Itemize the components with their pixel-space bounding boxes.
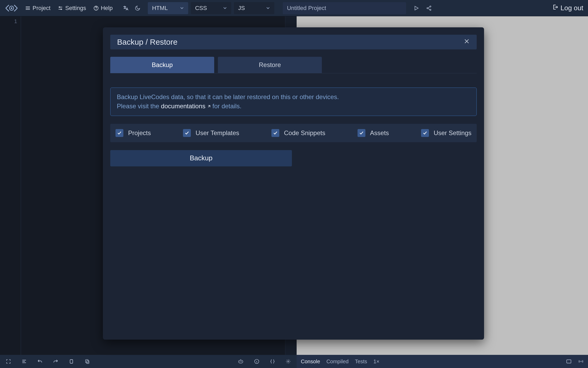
logout-label: Log out xyxy=(560,4,583,12)
external-link-icon xyxy=(207,105,211,109)
editor-tab-js[interactable]: JS xyxy=(234,2,274,14)
svg-rect-11 xyxy=(87,361,89,364)
editor-tab-js-label: JS xyxy=(238,5,245,12)
help-icon xyxy=(93,6,99,11)
chevron-down-icon[interactable] xyxy=(180,5,184,12)
backup-options: Projects User Templates Code Snippets As… xyxy=(110,124,477,142)
project-title-value: Untitled Project xyxy=(287,5,326,12)
language-icon[interactable] xyxy=(123,5,129,11)
menu-project-label: Project xyxy=(33,5,50,12)
hamburger-icon xyxy=(25,6,30,11)
menu-help-label: Help xyxy=(101,5,113,12)
copilot-icon[interactable] xyxy=(238,359,244,364)
svg-point-2 xyxy=(59,6,60,8)
project-title-input[interactable]: Untitled Project xyxy=(283,2,406,14)
redo-icon[interactable] xyxy=(53,359,58,364)
svg-point-1 xyxy=(11,7,12,9)
checkbox-checked-icon xyxy=(271,129,279,137)
line-number: 1 xyxy=(0,18,17,24)
checkbox-checked-icon xyxy=(421,129,429,137)
svg-point-3 xyxy=(61,8,62,10)
check-user-settings[interactable]: User Settings xyxy=(421,129,471,137)
modal-title: Backup / Restore xyxy=(117,38,177,47)
copy-icon[interactable] xyxy=(69,359,74,364)
sliders-icon xyxy=(58,6,63,11)
format-icon[interactable] xyxy=(22,359,27,364)
svg-point-19 xyxy=(581,361,581,362)
logout-button[interactable]: Log out xyxy=(552,4,583,12)
check-projects-label: Projects xyxy=(128,129,151,137)
menu-help[interactable]: Help xyxy=(91,3,115,13)
backup-restore-modal: Backup / Restore Backup Restore Backup L… xyxy=(103,27,484,340)
tools-bar: Console Compiled Tests 1× xyxy=(297,355,588,368)
chevron-down-icon[interactable] xyxy=(223,5,227,12)
editor-statusbar xyxy=(0,355,297,368)
documentation-link[interactable]: documentations xyxy=(161,103,211,110)
checkbox-checked-icon xyxy=(358,129,365,137)
tool-tab-compiled[interactable]: Compiled xyxy=(326,359,348,365)
checkbox-checked-icon xyxy=(183,129,191,137)
svg-point-13 xyxy=(240,361,240,362)
check-projects[interactable]: Projects xyxy=(116,129,151,137)
undo-icon[interactable] xyxy=(37,359,43,364)
line-gutter: 1 xyxy=(0,16,21,355)
backup-button-label: Backup xyxy=(190,154,213,162)
svg-rect-9 xyxy=(70,360,73,363)
modal-header: Backup / Restore xyxy=(110,35,477,49)
tool-tab-tests[interactable]: Tests xyxy=(355,359,367,365)
tab-restore[interactable]: Restore xyxy=(218,57,322,73)
svg-point-14 xyxy=(241,361,242,362)
svg-point-5 xyxy=(96,9,96,9)
braces-icon[interactable] xyxy=(270,359,275,364)
svg-rect-10 xyxy=(86,360,88,363)
checkbox-checked-icon xyxy=(116,129,123,137)
check-code-snippets-label: Code Snippets xyxy=(284,129,325,137)
broadcast-icon[interactable] xyxy=(578,359,584,364)
info-icon[interactable] xyxy=(254,359,259,364)
gear-icon[interactable] xyxy=(286,359,291,364)
run-icon[interactable] xyxy=(413,5,419,11)
zoom-indicator[interactable]: 1× xyxy=(374,359,380,365)
menu-settings-label: Settings xyxy=(65,5,86,12)
editor-tab-html[interactable]: HTML xyxy=(148,2,188,14)
svg-point-16 xyxy=(288,361,289,362)
check-user-settings-label: User Settings xyxy=(434,129,471,137)
backup-info: Backup LiveCodes data, so that it can be… xyxy=(110,88,477,116)
share-icon[interactable] xyxy=(426,5,432,11)
menu-settings[interactable]: Settings xyxy=(55,3,89,13)
backup-button[interactable]: Backup xyxy=(110,150,292,166)
theme-icon[interactable] xyxy=(135,5,140,11)
fullscreen-icon[interactable] xyxy=(6,359,11,364)
open-window-icon[interactable] xyxy=(566,359,572,364)
check-code-snippets[interactable]: Code Snippets xyxy=(271,129,325,137)
paste-icon[interactable] xyxy=(85,359,90,364)
backup-info-line1: Backup LiveCodes data, so that it can be… xyxy=(117,93,470,102)
tab-backup[interactable]: Backup xyxy=(110,57,214,73)
check-assets-label: Assets xyxy=(370,129,389,137)
check-assets[interactable]: Assets xyxy=(358,129,389,137)
app-header: Project Settings Help HTML CSS JS xyxy=(0,0,588,16)
check-user-templates-label: User Templates xyxy=(196,129,239,137)
svg-rect-12 xyxy=(239,360,243,363)
close-button[interactable] xyxy=(464,38,470,46)
menu-project[interactable]: Project xyxy=(23,3,53,13)
check-user-templates[interactable]: User Templates xyxy=(183,129,239,137)
logout-icon xyxy=(552,4,558,12)
editor-tab-css-label: CSS xyxy=(195,5,207,12)
modal-tabs: Backup Restore xyxy=(110,57,477,73)
editor-tab-html-label: HTML xyxy=(152,5,168,12)
editor-tab-css[interactable]: CSS xyxy=(191,2,231,14)
tool-tab-console[interactable]: Console xyxy=(301,359,320,365)
app-logo xyxy=(5,4,20,13)
backup-info-line2: Please visit the documentations for deta… xyxy=(117,102,470,111)
chevron-down-icon[interactable] xyxy=(266,5,270,12)
